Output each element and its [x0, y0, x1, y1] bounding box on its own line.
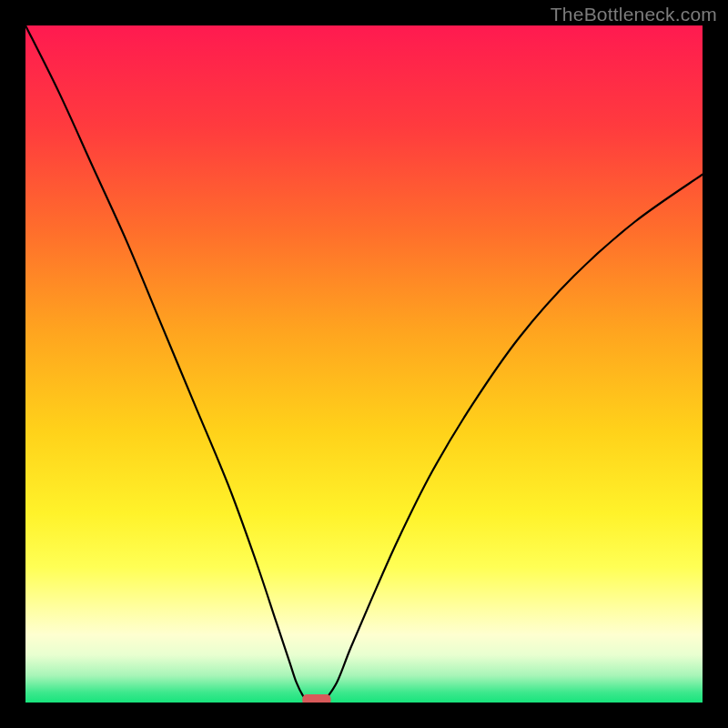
watermark-text: TheBottleneck.com [551, 4, 717, 25]
curve-left [25, 25, 309, 703]
outer-frame: TheBottleneck.com [0, 0, 728, 728]
curve-right [323, 175, 703, 703]
curve-layer [25, 25, 703, 703]
plot-area [25, 25, 703, 703]
min-marker [302, 694, 330, 703]
